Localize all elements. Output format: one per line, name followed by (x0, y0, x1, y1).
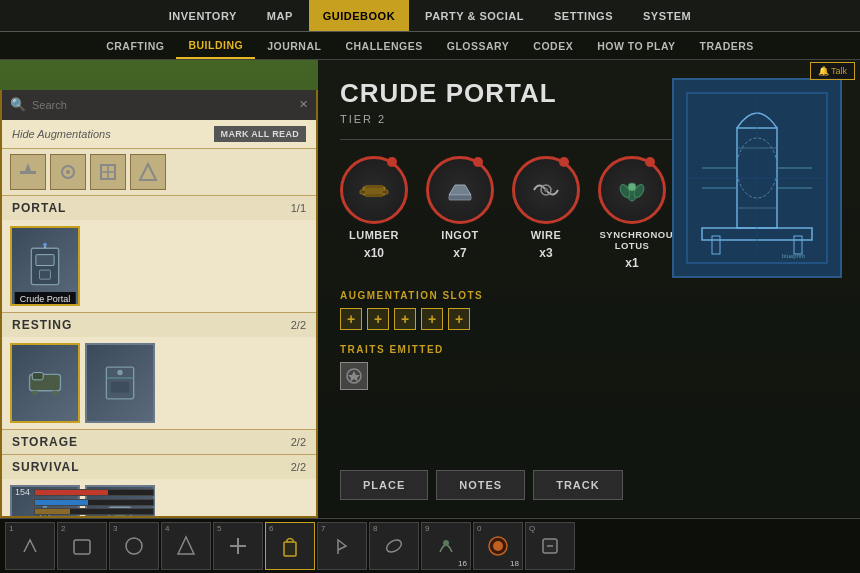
svg-rect-47 (365, 194, 383, 197)
ingredient-lotus-circle (598, 156, 666, 224)
svg-rect-44 (360, 190, 366, 194)
resting-item-2[interactable] (85, 343, 155, 423)
subnav-how-to-play[interactable]: HOW TO PLAY (585, 32, 687, 59)
ingredient-ingot-circle (426, 156, 494, 224)
nav-party-social[interactable]: PARTY & SOCIAL (411, 0, 538, 31)
subnav-building[interactable]: BUILDING (176, 32, 255, 59)
search-clear-button[interactable]: ✕ (299, 98, 308, 111)
svg-point-12 (43, 243, 47, 247)
hotbar-slot-5[interactable]: 5 (213, 522, 263, 570)
search-input[interactable] (32, 99, 299, 111)
hotbar-slot-7[interactable]: 7 (317, 522, 367, 570)
stamina-bar-track (34, 499, 154, 506)
svg-rect-14 (32, 373, 43, 380)
section-portal-header[interactable]: PORTAL 1/1 (2, 196, 316, 220)
subnav-crafting[interactable]: CRAFTING (94, 32, 176, 59)
ingredient-lotus-label: SYNCHRONOUS LOTUS (600, 229, 665, 251)
section-storage-header[interactable]: STORAGE 2/2 (2, 430, 316, 454)
hotbar-slot-3[interactable]: 3 (109, 522, 159, 570)
svg-rect-45 (382, 190, 388, 194)
aug-icon-2[interactable] (50, 154, 86, 190)
hotbar-slot-6[interactable]: 6 (265, 522, 315, 570)
hotbar-slot-1[interactable]: 1 (5, 522, 55, 570)
track-button[interactable]: TRACK (533, 470, 623, 500)
section-portal: PORTAL 1/1 (2, 196, 316, 313)
ingredient-synchronous-lotus: SYNCHRONOUS LOTUS x1 (598, 156, 666, 270)
aug-icon-3[interactable] (90, 154, 126, 190)
section-portal-title: PORTAL (12, 201, 66, 215)
aug-slot-4[interactable]: + (421, 308, 443, 330)
health-value: 154 (5, 487, 30, 497)
hotbar-slot-2[interactable]: 2 (57, 522, 107, 570)
subnav-glossary[interactable]: GLOSSARY (435, 32, 522, 59)
section-resting-title: RESTING (12, 318, 72, 332)
hotbar-slot-8[interactable]: 8 (369, 522, 419, 570)
subnav-journal[interactable]: JOURNAL (255, 32, 333, 59)
aug-slot-3[interactable]: + (394, 308, 416, 330)
item-crude-portal[interactable]: Crude Portal (10, 226, 80, 306)
subnav-challenges[interactable]: CHALLENGES (333, 32, 434, 59)
resting-item-1[interactable] (10, 343, 80, 423)
main-layout: 🔍 ✕ Hide Augmentations MARK ALL READ (0, 60, 860, 518)
aug-slot-1[interactable]: + (340, 308, 362, 330)
ingredient-ingot-label: INGOT (441, 229, 478, 241)
hotbar-slot-0[interactable]: 0 18 (473, 522, 523, 570)
svg-rect-46 (365, 185, 383, 188)
stamina-bar-fill (35, 500, 88, 505)
place-button[interactable]: PLACE (340, 470, 428, 500)
section-survival-count: 2/2 (291, 461, 306, 473)
search-icon: 🔍 (10, 97, 26, 112)
action-buttons: PLACE NOTES TRACK (340, 460, 838, 500)
aug-icon-1[interactable] (10, 154, 46, 190)
nav-settings[interactable]: SETTINGS (540, 0, 627, 31)
svg-marker-7 (140, 164, 156, 180)
subnav-codex[interactable]: CODEX (521, 32, 585, 59)
ingredient-lotus-count: x1 (625, 256, 638, 270)
health-bar-fill (35, 490, 108, 495)
ingredient-ingot: INGOT x7 (426, 156, 494, 260)
section-resting-header[interactable]: RESTING 2/2 (2, 313, 316, 337)
mark-all-read-button[interactable]: MARK ALL READ (214, 126, 306, 142)
section-survival-header[interactable]: SURVIVAL 2/2 (2, 455, 316, 479)
subnav-traders[interactable]: TRADERS (688, 32, 766, 59)
ingredient-wire-label: WIRE (531, 229, 562, 241)
hotbar-slot-9[interactable]: 9 16 (421, 522, 471, 570)
augmentation-icons-row (2, 149, 316, 196)
svg-rect-15 (32, 391, 37, 396)
trait-icon-1[interactable] (340, 362, 368, 390)
section-survival-title: SURVIVAL (12, 460, 80, 474)
ingredient-wire: WIRE x3 (512, 156, 580, 260)
augmentation-slots-title: AUGMENTATION SLOTS (340, 290, 838, 301)
ingredient-lumber: LUMBER x10 (340, 156, 408, 260)
hotbar-slot-4[interactable]: 4 (161, 522, 211, 570)
section-portal-items: Crude Portal (2, 220, 316, 312)
section-resting-count: 2/2 (291, 319, 306, 331)
svg-rect-0 (20, 171, 36, 174)
hunger-bar-fill (35, 509, 70, 514)
left-panel: 🔍 ✕ Hide Augmentations MARK ALL READ (0, 90, 318, 518)
notes-button[interactable]: NOTES (436, 470, 525, 500)
svg-point-3 (66, 170, 70, 174)
stamina-bar-row (5, 499, 154, 506)
left-panel-scroll[interactable]: PORTAL 1/1 (2, 196, 316, 516)
svg-point-58 (126, 538, 142, 554)
svg-marker-48 (449, 185, 471, 195)
notification-badge[interactable]: 🔔 Talk (810, 62, 855, 80)
search-bar: 🔍 ✕ (2, 90, 316, 120)
ingredient-ingot-count: x7 (453, 246, 466, 260)
hotbar-slot-q[interactable]: Q (525, 522, 575, 570)
nav-guidebook[interactable]: GUIDEBOOK (309, 0, 409, 31)
aug-slot-5[interactable]: + (448, 308, 470, 330)
svg-rect-49 (449, 195, 471, 200)
svg-text:blueprint: blueprint (782, 253, 805, 259)
aug-icon-4[interactable] (130, 154, 166, 190)
health-bar-track (34, 489, 154, 496)
nav-inventory[interactable]: INVENTORY (155, 0, 251, 31)
svg-point-51 (544, 188, 548, 192)
hunger-bar-track (34, 508, 154, 515)
nav-system[interactable]: SYSTEM (629, 0, 705, 31)
nav-map[interactable]: MAP (253, 0, 307, 31)
svg-point-63 (385, 538, 404, 555)
aug-slot-2[interactable]: + (367, 308, 389, 330)
health-bar-row: 154 (5, 487, 154, 497)
